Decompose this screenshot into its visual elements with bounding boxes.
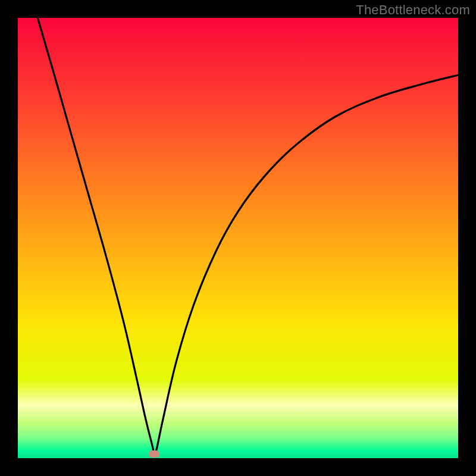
- bottleneck-curve: [18, 18, 458, 458]
- plot-area: [18, 18, 458, 458]
- optimum-marker-icon: [149, 450, 159, 458]
- chart-frame: TheBottleneck.com: [0, 0, 476, 476]
- watermark-text: TheBottleneck.com: [356, 2, 470, 18]
